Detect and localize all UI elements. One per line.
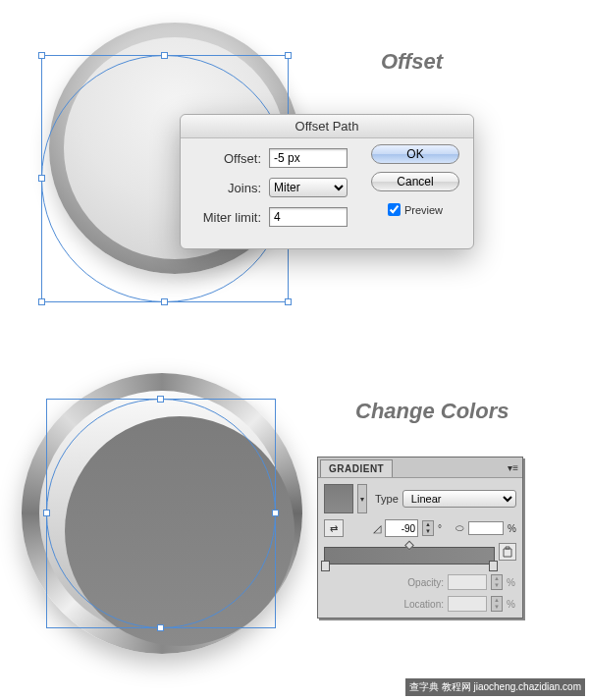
- anchor-left[interactable]: [43, 510, 50, 516]
- ok-button[interactable]: OK: [371, 144, 459, 164]
- angle-icon: ◿: [373, 522, 381, 535]
- gradient-tab[interactable]: GRADIENT: [320, 459, 393, 477]
- aspect-ratio-field[interactable]: [468, 521, 504, 535]
- handle-br[interactable]: [285, 298, 292, 305]
- selection-bounding-box-2[interactable]: [46, 399, 276, 628]
- cancel-button[interactable]: Cancel: [371, 172, 459, 191]
- handle-bc[interactable]: [161, 298, 168, 305]
- gradient-panel: GRADIENT ▾≡ ▾ Type Linear ⇄ ◿ ▲▼ ° ⬭ %: [317, 457, 523, 619]
- handle-tl[interactable]: [38, 52, 45, 59]
- gradient-stop-right[interactable]: [489, 561, 498, 571]
- opacity-pct: %: [507, 577, 516, 588]
- degree-symbol: °: [438, 523, 442, 534]
- opacity-field[interactable]: [448, 574, 487, 590]
- location-label: Location:: [403, 599, 444, 610]
- anchor-bottom[interactable]: [157, 624, 164, 631]
- gradient-type-select[interactable]: Linear: [402, 490, 516, 508]
- watermark: 查字典 教程网 jiaocheng.chazidian.com: [405, 678, 585, 696]
- angle-input[interactable]: [385, 519, 418, 537]
- location-stepper[interactable]: ▲▼: [491, 596, 503, 612]
- section-title-change-colors: Change Colors: [355, 399, 509, 424]
- offset-label: Offset:: [192, 151, 261, 166]
- pct-aspect: %: [508, 523, 516, 534]
- preview-label: Preview: [404, 204, 443, 216]
- aspect-icon: ⬭: [455, 522, 464, 534]
- handle-tc[interactable]: [161, 52, 168, 59]
- location-pct: %: [507, 599, 516, 610]
- gradient-stop-left[interactable]: [321, 561, 330, 571]
- handle-bl[interactable]: [38, 298, 45, 305]
- gradient-ramp[interactable]: [324, 547, 495, 565]
- opacity-label: Opacity:: [407, 577, 444, 588]
- miter-limit-label: Miter limit:: [192, 210, 261, 225]
- anchor-right[interactable]: [272, 510, 279, 516]
- panel-menu-icon[interactable]: ▾≡: [508, 462, 518, 473]
- handle-tr[interactable]: [285, 52, 292, 59]
- preview-checkbox[interactable]: [388, 203, 401, 216]
- reverse-gradient-icon[interactable]: ⇄: [324, 519, 344, 537]
- delete-stop-icon[interactable]: [499, 543, 516, 561]
- opacity-stepper[interactable]: ▲▼: [491, 574, 503, 590]
- offset-path-dialog: Offset Path Offset: Joins: Miter Miter l…: [180, 114, 474, 249]
- handle-ml[interactable]: [38, 175, 45, 182]
- anchor-top[interactable]: [157, 396, 164, 403]
- gradient-swatch-menu[interactable]: ▾: [357, 484, 367, 513]
- offset-input[interactable]: [269, 148, 348, 168]
- joins-label: Joins:: [192, 181, 261, 195]
- section-title-offset: Offset: [381, 49, 443, 75]
- location-field[interactable]: [448, 596, 487, 612]
- angle-stepper[interactable]: ▲▼: [422, 520, 434, 536]
- gradient-swatch[interactable]: [324, 484, 353, 513]
- miter-limit-input[interactable]: [269, 207, 348, 227]
- dialog-title: Offset Path: [181, 115, 473, 138]
- joins-select[interactable]: Miter: [269, 178, 348, 197]
- type-label: Type: [375, 493, 399, 505]
- gradient-midpoint[interactable]: [404, 541, 414, 551]
